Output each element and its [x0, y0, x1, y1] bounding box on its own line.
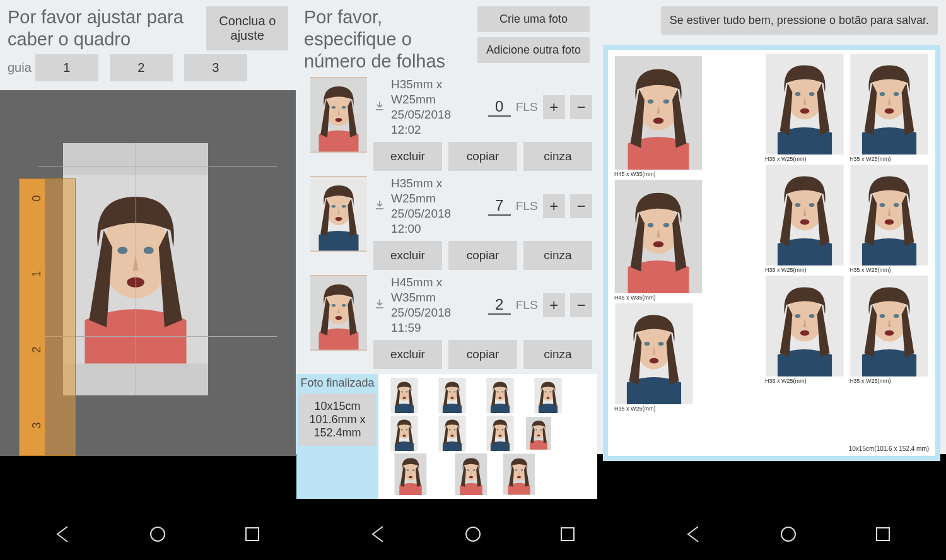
svg-point-14 — [466, 527, 480, 541]
svg-rect-13 — [246, 528, 259, 540]
photo-item: H35mm x W25mm 25/05/2018 12:02 FLS + − e… — [310, 77, 592, 171]
print-sheet[interactable]: H45 x W35(mm) H45 x W35(mm) H35 x W25(mm… — [608, 50, 935, 456]
save-button[interactable]: Se estiver tudo bem, pressione o botão p… — [661, 6, 938, 35]
adjust-title: Por favor ajustar para caber o quadro — [8, 6, 206, 50]
sheet-tile: H35 x W25(mm) — [850, 165, 929, 273]
gray-button[interactable]: cinza — [523, 241, 592, 270]
home-icon[interactable] — [464, 525, 482, 544]
preview-tile — [526, 378, 570, 413]
svg-point-12 — [151, 527, 165, 541]
quantity-input[interactable] — [488, 296, 511, 315]
fls-label: FLS — [516, 199, 538, 213]
back-icon[interactable] — [369, 525, 388, 544]
sheets-title: Por favor, especifique o número de folha… — [304, 6, 471, 72]
add-photo-button[interactable]: Adicione outra foto — [477, 37, 590, 63]
recents-icon[interactable] — [873, 525, 892, 544]
gray-button[interactable]: cinza — [523, 340, 592, 369]
preview-tile — [503, 453, 535, 495]
back-icon[interactable] — [54, 525, 73, 544]
screen-save: Se estiver tudo bem, pressione o botão p… — [598, 0, 946, 454]
create-photo-button[interactable]: Crie uma foto — [477, 6, 590, 32]
delete-button[interactable]: excluir — [373, 340, 442, 369]
guide-button-2[interactable]: 2 — [110, 54, 173, 81]
photo-adjust-area[interactable]: 0 1 2 3 — [0, 90, 296, 456]
copy-button[interactable]: copiar — [448, 142, 517, 171]
copy-button[interactable]: copiar — [448, 241, 517, 270]
delete-button[interactable]: excluir — [373, 241, 442, 270]
delete-button[interactable]: excluir — [373, 142, 442, 171]
guide-line-top — [38, 166, 277, 166]
preview-tile — [478, 378, 522, 413]
sheet-tile: H35 x W25(mm) — [765, 276, 844, 384]
gray-button[interactable]: cinza — [523, 142, 592, 171]
recents-icon[interactable] — [558, 525, 577, 544]
finalized-photo-section: Foto finalizada 10x15cm 101.6mm x 152.4m… — [296, 374, 597, 499]
final-preview-sheet[interactable] — [378, 374, 597, 499]
screen-sheets: Por favor, especifique o número de folha… — [296, 0, 598, 454]
sheet-dimensions-label: 10x15cm(101.6 x 152.4 mm) — [849, 445, 929, 452]
recents-icon[interactable] — [243, 525, 262, 544]
increment-button[interactable]: + — [543, 293, 565, 317]
photo-thumbnail[interactable] — [310, 77, 367, 153]
home-icon[interactable] — [148, 525, 167, 544]
screen-adjust: Por favor ajustar para caber o quadro Co… — [0, 0, 296, 454]
sheet-tile: H35 x W25(mm) — [765, 165, 844, 273]
back-icon[interactable] — [684, 525, 703, 544]
photo-list: H35mm x W25mm 25/05/2018 12:02 FLS + − e… — [296, 72, 597, 369]
home-icon[interactable] — [779, 525, 798, 544]
sheet-area: H45 x W35(mm) H45 x W35(mm) H35 x W25(mm… — [603, 45, 940, 461]
ruler-tick-2: 2 — [30, 346, 44, 353]
sheet-tile: H45 x W35(mm) — [614, 180, 703, 301]
decrement-button[interactable]: − — [570, 293, 592, 317]
fls-label: FLS — [516, 100, 538, 114]
decrement-button[interactable]: − — [570, 194, 592, 218]
final-dimensions[interactable]: 10x15cm 101.6mm x 152.4mm — [299, 394, 376, 446]
ruler-tick-0: 0 — [30, 195, 44, 201]
sheet-tile: H35 x W25(mm) — [614, 303, 703, 412]
guide-line-center — [136, 143, 136, 395]
guide-label: guia — [8, 61, 32, 75]
download-icon — [373, 298, 386, 313]
item-meta: H35mm x W25mm 25/05/2018 12:02 — [391, 77, 483, 137]
item-meta: H35mm x W25mm 25/05/2018 12:00 — [391, 176, 483, 236]
sheet-tile: H45 x W35(mm) — [614, 56, 703, 177]
svg-rect-15 — [561, 528, 574, 540]
svg-rect-17 — [877, 528, 889, 540]
sheet-tile: H35 x W25(mm) — [850, 54, 929, 162]
preview-tile — [526, 416, 551, 451]
preview-tile — [430, 416, 474, 451]
copy-button[interactable]: copiar — [448, 340, 517, 369]
photo-thumbnail[interactable] — [310, 275, 367, 351]
photo-item: H35mm x W25mm 25/05/2018 12:00 FLS + − e… — [310, 176, 592, 270]
svg-point-16 — [781, 527, 795, 541]
item-meta: H45mm x W35mm 25/05/2018 11:59 — [391, 275, 483, 335]
ruler[interactable]: 0 1 2 3 — [19, 178, 76, 456]
ruler-tick-3: 3 — [30, 422, 44, 428]
decrement-button[interactable]: − — [570, 95, 592, 119]
photo-thumbnail[interactable] — [310, 176, 367, 252]
quantity-input[interactable] — [488, 197, 511, 216]
preview-tile — [382, 453, 439, 495]
increment-button[interactable]: + — [543, 194, 565, 218]
quantity-input[interactable] — [488, 98, 511, 117]
sheet-tile: H35 x W25(mm) — [850, 276, 929, 384]
photo-item: H45mm x W35mm 25/05/2018 11:59 FLS + − e… — [310, 275, 592, 369]
increment-button[interactable]: + — [543, 95, 565, 119]
fls-label: FLS — [516, 298, 538, 312]
preview-tile — [382, 416, 426, 451]
download-icon — [373, 100, 386, 115]
sheet-tile: H35 x W25(mm) — [765, 54, 844, 162]
guide-button-1[interactable]: 1 — [35, 54, 98, 81]
preview-tile — [443, 453, 499, 495]
download-icon — [373, 199, 386, 214]
guide-button-3[interactable]: 3 — [184, 54, 247, 81]
preview-tile — [478, 416, 522, 451]
finalized-label: Foto finalizada — [299, 376, 376, 390]
ruler-tick-1: 1 — [30, 271, 44, 277]
preview-tile — [430, 378, 474, 413]
preview-tile — [382, 378, 426, 413]
complete-adjust-button[interactable]: Conclua o ajuste — [206, 6, 288, 50]
